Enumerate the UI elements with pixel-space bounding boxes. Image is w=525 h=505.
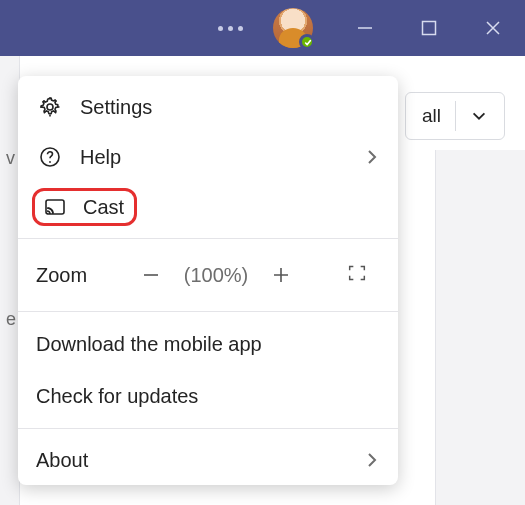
help-menu-item[interactable]: Help <box>18 132 398 182</box>
svg-point-5 <box>47 213 49 215</box>
svg-rect-0 <box>423 22 436 35</box>
left-rail-char: e <box>0 307 19 332</box>
menu-item-label: Help <box>80 146 121 169</box>
ellipsis-dot-icon <box>218 26 223 31</box>
close-button[interactable] <box>461 0 525 56</box>
fullscreen-icon <box>346 262 368 289</box>
call-button-label: all <box>422 105 441 127</box>
menu-item-label: About <box>36 449 88 472</box>
maximize-button[interactable] <box>397 0 461 56</box>
zoom-value: (100%) <box>174 264 258 287</box>
svg-point-1 <box>47 104 53 110</box>
zoom-in-button[interactable] <box>258 252 304 298</box>
zoom-out-button[interactable] <box>128 252 174 298</box>
menu-separator <box>18 238 398 239</box>
download-app-menu-item[interactable]: Download the mobile app <box>18 318 398 370</box>
window-controls <box>333 0 525 56</box>
left-rail-peek: v e <box>0 56 20 505</box>
menu-item-label: Cast <box>83 196 124 219</box>
minimize-button[interactable] <box>333 0 397 56</box>
ellipsis-dot-icon <box>228 26 233 31</box>
more-options-button[interactable] <box>209 7 251 49</box>
cast-highlight-annotation: Cast <box>32 188 137 226</box>
ellipsis-dot-icon <box>238 26 243 31</box>
chevron-right-icon <box>364 452 380 468</box>
app-window: v e all Settings <box>0 0 525 505</box>
cast-icon <box>41 193 69 221</box>
gear-icon <box>36 93 64 121</box>
menu-item-label: Check for updates <box>36 385 198 408</box>
zoom-row: Zoom (100%) <box>18 245 398 305</box>
menu-separator <box>18 428 398 429</box>
fullscreen-button[interactable] <box>334 252 380 298</box>
menu-item-label: Settings <box>80 96 152 119</box>
presence-indicator <box>299 34 315 50</box>
title-bar <box>0 0 525 56</box>
svg-point-3 <box>49 161 51 163</box>
chevron-down-icon <box>470 107 488 125</box>
side-panel-background <box>435 150 525 505</box>
about-menu-item[interactable]: About <box>18 435 398 485</box>
user-avatar-button[interactable] <box>273 8 313 48</box>
overflow-menu: Settings Help <box>18 76 398 485</box>
menu-separator <box>18 311 398 312</box>
cast-menu-item[interactable]: Cast <box>18 182 398 232</box>
help-icon <box>36 143 64 171</box>
call-split-button[interactable]: all <box>405 92 505 140</box>
menu-item-label: Download the mobile app <box>36 333 262 356</box>
zoom-label: Zoom <box>36 264 128 287</box>
left-rail-char: v <box>0 146 19 171</box>
chevron-right-icon <box>364 149 380 165</box>
settings-menu-item[interactable]: Settings <box>18 82 398 132</box>
check-updates-menu-item[interactable]: Check for updates <box>18 370 398 422</box>
split-divider <box>455 101 456 131</box>
